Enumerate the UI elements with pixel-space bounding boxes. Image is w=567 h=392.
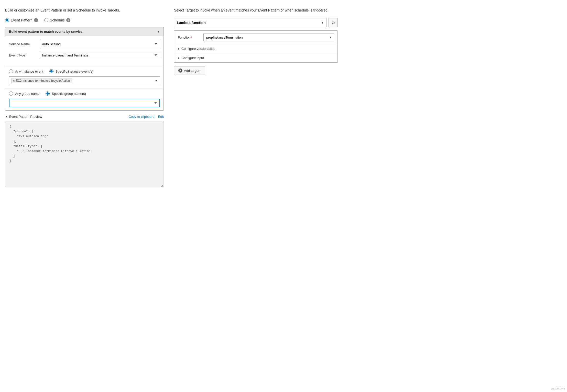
any-instance-label: Any instance event (15, 70, 43, 73)
any-group-label: Any group name (15, 92, 39, 96)
any-instance-option[interactable]: Any instance event (9, 69, 43, 73)
function-row: Function* prepInstanceTermination ▼ (174, 31, 337, 44)
schedule-info-icon[interactable]: i (66, 18, 70, 22)
preview-title[interactable]: ▼ Event Pattern Preview (5, 115, 42, 119)
configure-version-label: Configure version/alias (181, 47, 215, 51)
service-name-row: Service Name Auto Scaling (9, 40, 160, 48)
configure-version-row[interactable]: ▶ Configure version/alias (174, 44, 337, 53)
tag-select-container[interactable]: × EC2 Instance-terminate Lifecycle Actio… (9, 76, 160, 85)
configure-input-label: Configure input (181, 56, 204, 60)
event-pattern-radio[interactable] (5, 18, 9, 22)
function-required-marker: * (191, 36, 192, 39)
tag-close-icon[interactable]: × (13, 79, 15, 82)
tag-item: × EC2 Instance-terminate Lifecycle Actio… (11, 78, 72, 83)
schedule-radio-label[interactable]: Schedule i (44, 18, 70, 22)
copy-to-clipboard-link[interactable]: Copy to clipboard (128, 115, 154, 119)
target-config-button[interactable]: ⚙ (329, 18, 338, 27)
configure-version-arrow-icon: ▶ (178, 47, 180, 50)
tag-select-chevron-icon: ▼ (155, 79, 158, 82)
specific-group-label: Specific group name(s) (52, 92, 86, 96)
config-gear-icon: ⚙ (331, 20, 335, 25)
specific-group-radio[interactable] (46, 91, 50, 96)
schedule-radio[interactable] (44, 18, 48, 22)
group-name-radio-row: Any group name Specific group name(s) (9, 91, 160, 96)
group-name-select[interactable] (9, 99, 160, 107)
instance-event-radio-row: Any instance event Specific instance eve… (9, 69, 160, 73)
event-pattern-header-chevron: ▼ (157, 30, 160, 33)
configure-input-arrow-icon: ▶ (178, 56, 180, 59)
event-pattern-radio-label[interactable]: Event Pattern i (5, 18, 38, 22)
preview-collapse-icon: ▼ (5, 115, 8, 118)
specific-group-option[interactable]: Specific group name(s) (46, 91, 86, 96)
event-pattern-header[interactable]: Build event pattern to match events by s… (5, 27, 163, 36)
target-row: Lambda function ▼ ⚙ (174, 18, 338, 27)
left-intro-text: Build or customize an Event Pattern or s… (5, 8, 164, 13)
schedule-radio-text: Schedule (50, 18, 65, 22)
event-pattern-header-text: Build event pattern to match events by s… (9, 30, 83, 33)
event-pattern-radio-text: Event Pattern (11, 18, 32, 22)
specific-instance-radio[interactable] (49, 69, 53, 73)
any-group-radio[interactable] (9, 91, 13, 96)
add-target-plus-icon: + (178, 68, 182, 73)
preview-section: ▼ Event Pattern Preview Copy to clipboar… (5, 115, 164, 187)
edit-link[interactable]: Edit (158, 115, 164, 119)
event-type-select[interactable]: Instance Launch and Terminate (40, 51, 160, 59)
any-group-option[interactable]: Any group name (9, 91, 39, 96)
tag-label-text: EC2 Instance-terminate Lifecycle Action (16, 79, 70, 83)
preview-actions: Copy to clipboard Edit (128, 115, 164, 119)
any-instance-radio[interactable] (9, 69, 13, 73)
specific-instance-option[interactable]: Specific instance event(s) (49, 69, 93, 73)
pattern-schedule-radio-group: Event Pattern i Schedule i (5, 18, 164, 22)
function-label: Function* (178, 36, 203, 39)
target-type-select[interactable]: Lambda function (174, 18, 326, 27)
configure-input-row[interactable]: ▶ Configure input (174, 53, 337, 62)
function-select-wrapper: prepInstanceTermination ▼ (203, 33, 334, 41)
event-pattern-info-icon[interactable]: i (34, 18, 38, 22)
right-intro-text: Select Target to invoke when an event ma… (174, 8, 338, 13)
preview-code-block: { "source": [ "aws.autoscaling" ], "deta… (5, 121, 164, 187)
event-type-label: Event Type (9, 53, 40, 57)
service-form-section: Service Name Auto Scaling Event Type Ins… (5, 36, 163, 66)
service-name-select[interactable]: Auto Scaling (40, 40, 160, 48)
group-name-section: Any group name Specific group name(s) (5, 88, 163, 110)
event-type-row: Event Type Instance Launch and Terminate (9, 51, 160, 59)
function-label-text: Function (178, 36, 191, 39)
left-panel: Build or customize an Event Pattern or s… (5, 8, 164, 187)
preview-title-text: Event Pattern Preview (9, 115, 42, 119)
instance-event-section: Any instance event Specific instance eve… (5, 66, 163, 88)
event-pattern-box: Build event pattern to match events by s… (5, 27, 164, 111)
preview-header: ▼ Event Pattern Preview Copy to clipboar… (5, 115, 164, 119)
add-target-label: Add target* (184, 69, 201, 73)
add-target-button[interactable]: + Add target* (174, 66, 205, 75)
service-name-label: Service Name (9, 42, 40, 46)
target-details-box: Function* prepInstanceTermination ▼ ▶ Co… (174, 30, 338, 63)
right-panel: Select Target to invoke when an event ma… (174, 8, 338, 187)
specific-instance-label: Specific instance event(s) (56, 70, 93, 73)
function-select[interactable]: prepInstanceTermination (203, 33, 334, 41)
target-select-wrapper: Lambda function ▼ (174, 18, 326, 27)
